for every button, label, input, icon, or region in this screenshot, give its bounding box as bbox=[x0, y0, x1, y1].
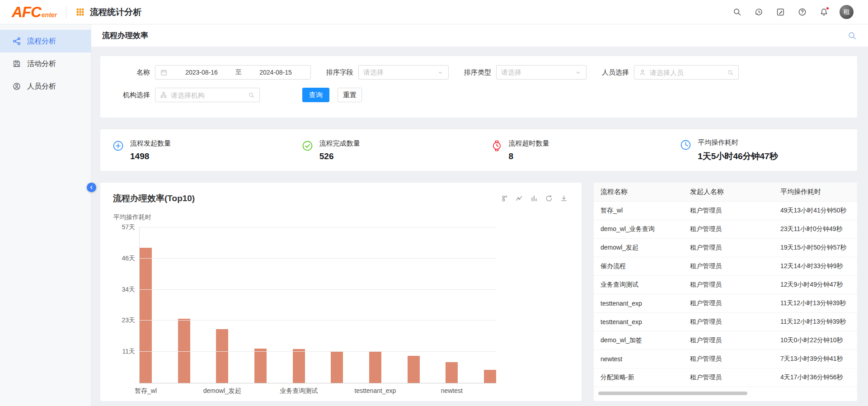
table-cell: 租户管理员 bbox=[683, 244, 774, 252]
table-cell: 租户管理员 bbox=[683, 355, 774, 363]
table-cell: demo_wl_加签 bbox=[594, 336, 683, 345]
person-circle-icon bbox=[12, 82, 21, 91]
page-title: 流程办理效率 bbox=[102, 30, 148, 41]
table-row[interactable]: demowl_发起租户管理员19天15小时50分钟57秒 bbox=[594, 239, 857, 257]
stats-panel: 流程发起数量 1498 流程完成数量 526 bbox=[100, 129, 857, 171]
person-filter-group: 人员选择 bbox=[602, 65, 739, 80]
body-row: 流程分析 活动分析 人员分析 流程办理效率 bbox=[0, 24, 868, 406]
chart-bar[interactable] bbox=[446, 362, 458, 383]
table-cell: 租户管理员 bbox=[683, 281, 774, 289]
bar-slot bbox=[484, 227, 496, 383]
bar-slot bbox=[178, 227, 190, 383]
gridline bbox=[140, 320, 496, 321]
chart-bar[interactable] bbox=[254, 349, 267, 383]
table-row[interactable]: 分配策略-新租户管理员4天17小时36分钟56秒 bbox=[594, 368, 857, 387]
date-range-picker[interactable]: 2023-08-16 至 2024-08-15 bbox=[155, 65, 311, 80]
chart-bar[interactable] bbox=[216, 329, 228, 383]
search-icon[interactable] bbox=[727, 69, 734, 76]
chart-bar[interactable] bbox=[293, 349, 305, 383]
sort-field-group: 排序字段 请选择 bbox=[326, 65, 449, 80]
table-row[interactable]: demo_wl_业务查询租户管理员23天11小时0分钟49秒 bbox=[594, 220, 857, 239]
sort-type-group: 排序类型 请选择 bbox=[464, 65, 586, 80]
restore-icon[interactable] bbox=[545, 194, 553, 203]
table-cell: 4天17小时36分钟56秒 bbox=[774, 373, 857, 382]
chart-bar[interactable] bbox=[140, 248, 152, 383]
chart-bars: 暂存_wldemowl_发起业务查询测试testtenant_expnewtes… bbox=[140, 227, 496, 383]
topbar-right: 租 bbox=[729, 5, 854, 20]
search-icon[interactable] bbox=[847, 31, 857, 41]
data-zoom-icon[interactable] bbox=[500, 194, 508, 203]
org-select-input[interactable] bbox=[171, 91, 244, 99]
table-cell: 49天13小时41分钟50秒 bbox=[774, 207, 857, 215]
chart-bar[interactable] bbox=[484, 370, 496, 383]
sidebar-collapse-button[interactable] bbox=[87, 183, 96, 192]
stat-initiated: 流程发起数量 1498 bbox=[100, 139, 290, 161]
stat-label: 流程发起数量 bbox=[130, 139, 171, 148]
stat-average-time: 平均操作耗时 1天5小时46分钟47秒 bbox=[668, 138, 857, 162]
stat-label: 流程超时数量 bbox=[509, 139, 549, 148]
app-grid-icon[interactable] bbox=[75, 7, 85, 17]
horizontal-scrollbar[interactable] bbox=[598, 392, 747, 395]
chart-title: 流程办理效率(Top10) bbox=[113, 193, 195, 204]
bar-slot: 业务查询测试 bbox=[293, 227, 305, 383]
table-row[interactable]: newtest租户管理员7天13小时39分钟41秒 bbox=[594, 350, 857, 368]
afcenter-logo[interactable]: AFCenter bbox=[12, 4, 57, 21]
table-row[interactable]: testtenant_exp租户管理员11天12小时13分钟39秒 bbox=[594, 294, 857, 313]
top-bar: AFCenter 流程统计分析 租 bbox=[0, 0, 868, 24]
bell-icon[interactable] bbox=[816, 5, 831, 20]
sidebar-item-label: 活动分析 bbox=[27, 59, 56, 69]
table-row[interactable]: 业务查询测试租户管理员12天9小时49分钟47秒 bbox=[594, 276, 857, 294]
sort-field-select[interactable]: 请选择 bbox=[358, 65, 449, 80]
table-cell: 12天9小时49分钟47秒 bbox=[774, 281, 857, 289]
reset-button[interactable]: 重置 bbox=[338, 88, 362, 102]
stat-value: 1498 bbox=[130, 151, 171, 161]
table-cell: 租户管理员 bbox=[683, 373, 774, 382]
bar-slot bbox=[254, 227, 267, 383]
line-chart-icon[interactable] bbox=[515, 194, 523, 203]
table-row[interactable]: demo_wl_加签租户管理员10天0小时22分钟10秒 bbox=[594, 331, 857, 350]
search-icon[interactable] bbox=[729, 5, 745, 20]
sort-type-select[interactable]: 请选择 bbox=[496, 65, 586, 80]
table-header-row: 流程名称 发起人名称 平均操作耗时 bbox=[594, 183, 857, 202]
person-select-input[interactable] bbox=[650, 69, 723, 76]
note-icon[interactable] bbox=[773, 5, 788, 20]
sidebar-item-personnel-analysis[interactable]: 人员分析 bbox=[0, 75, 91, 98]
efficiency-table-card: 流程名称 发起人名称 平均操作耗时 暂存_wl租户管理员49天13小时41分钟5… bbox=[594, 183, 857, 401]
org-select-label: 机构选择 bbox=[113, 91, 150, 99]
table-cell: 租户管理员 bbox=[683, 318, 774, 326]
filter-row-1: 名称 2023-08-16 至 2024-08-15 排序 bbox=[113, 65, 845, 80]
table-header-cell: 发起人名称 bbox=[683, 188, 774, 196]
bar-slot: newtest bbox=[446, 227, 458, 383]
table-cell: 12天14小时33分钟9秒 bbox=[774, 262, 857, 270]
table-header-cell: 流程名称 bbox=[594, 188, 683, 196]
chart-bar[interactable] bbox=[408, 356, 420, 383]
table-row[interactable]: 暂存_wl租户管理员49天13小时41分钟50秒 bbox=[594, 202, 857, 220]
table-cell: 租户管理员 bbox=[683, 207, 774, 215]
sidebar-item-process-analysis[interactable]: 流程分析 bbox=[0, 30, 91, 52]
download-icon[interactable] bbox=[560, 194, 568, 203]
table-cell: 7天13小时39分钟41秒 bbox=[774, 355, 857, 363]
table-cell: 23天11小时0分钟49秒 bbox=[774, 225, 857, 233]
history-icon[interactable] bbox=[751, 5, 766, 20]
chart-bar[interactable] bbox=[369, 352, 381, 383]
chart-bar[interactable] bbox=[331, 352, 343, 383]
x-axis-label: 暂存_wl bbox=[135, 387, 157, 395]
bar-slot bbox=[331, 227, 343, 383]
org-filter-group: 机构选择 bbox=[113, 88, 260, 102]
table-row[interactable]: testtenant_exp租户管理员11天12小时13分钟39秒 bbox=[594, 313, 857, 331]
sidebar-item-activity-analysis[interactable]: 活动分析 bbox=[0, 52, 91, 75]
table-cell: 11天12小时13分钟39秒 bbox=[774, 299, 857, 307]
filter-panel: 名称 2023-08-16 至 2024-08-15 排序 bbox=[100, 56, 857, 118]
search-icon[interactable] bbox=[248, 92, 255, 99]
app-root: AFCenter 流程统计分析 租 bbox=[0, 0, 868, 406]
chart-bar[interactable] bbox=[178, 319, 190, 383]
help-icon[interactable] bbox=[794, 5, 810, 20]
query-button[interactable]: 查询 bbox=[302, 88, 329, 102]
x-axis-label: demowl_发起 bbox=[203, 387, 241, 395]
date-start-value: 2023-08-16 bbox=[171, 69, 232, 76]
table-row[interactable]: 催办流程租户管理员12天14小时33分钟9秒 bbox=[594, 257, 857, 276]
bar-chart-icon[interactable] bbox=[530, 194, 538, 203]
calendar-icon bbox=[160, 69, 168, 76]
chart-area: 平均操作耗时 暂存_wldemowl_发起业务查询测试testtenant_ex… bbox=[100, 227, 582, 383]
avatar[interactable]: 租 bbox=[840, 5, 854, 19]
